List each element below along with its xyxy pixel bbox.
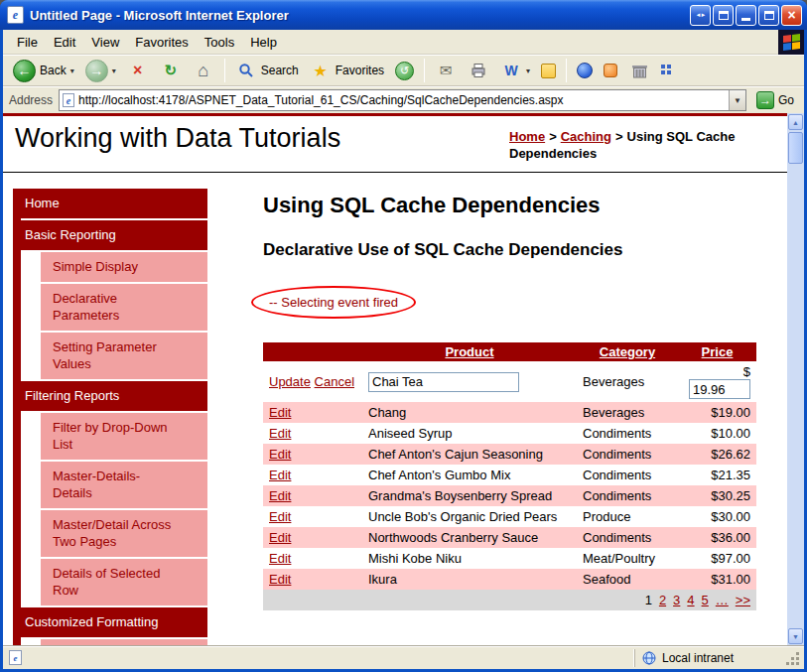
home-button[interactable]: ⌂	[189, 59, 218, 82]
edit-link[interactable]: Edit	[269, 572, 291, 587]
pager-page-3-link[interactable]: 3	[673, 593, 680, 607]
maximize-button[interactable]	[758, 5, 779, 26]
sites-button[interactable]	[624, 59, 654, 82]
sidebar-item-master-details-details[interactable]: Master-Details-Details	[41, 462, 207, 508]
edit-link[interactable]: Edit	[269, 530, 291, 545]
sidebar-item-declarative-parameters[interactable]: Declarative Parameters	[41, 284, 207, 331]
menu-file[interactable]: File	[9, 32, 46, 53]
address-input[interactable]	[78, 93, 725, 107]
breadcrumb-caching-link[interactable]: Caching	[561, 129, 611, 144]
print-button[interactable]	[464, 59, 493, 82]
edit-link[interactable]: Edit	[269, 509, 291, 524]
back-button[interactable]: ← Back ▾	[9, 59, 78, 83]
menu-favorites[interactable]: Favorites	[127, 32, 196, 53]
pager-ellipsis-link[interactable]: …	[716, 593, 729, 607]
address-dropdown-button[interactable]: ▼	[729, 90, 745, 110]
go-button[interactable]: → Go	[752, 90, 798, 110]
window-title: Untitled Page - Microsoft Internet Explo…	[30, 8, 684, 23]
price-input[interactable]	[689, 379, 750, 399]
forward-icon: →	[85, 60, 108, 82]
discuss-button[interactable]	[537, 63, 560, 79]
research-button[interactable]	[600, 63, 621, 78]
sidebar-item-filter-by-drop-down-list[interactable]: Filter by Drop-Down List	[41, 413, 207, 460]
minimize-button[interactable]	[736, 5, 756, 26]
window-extra-button-1[interactable]: ◄►	[690, 5, 711, 26]
edit-link[interactable]: Edit	[269, 405, 291, 420]
main-content: Using SQL Cache Dependencies Declarative…	[207, 189, 787, 645]
window-extra-button-2[interactable]	[713, 5, 734, 26]
scroll-up-button[interactable]: ▲	[788, 114, 803, 130]
selecting-event-fired-annotation: -- Selecting event fired	[251, 286, 416, 319]
grid-row: Edit Chang Beverages $19.00	[263, 402, 756, 423]
sidebar-section-filtering-reports[interactable]: Filtering Reports	[13, 381, 207, 411]
edit-link[interactable]: Edit	[269, 551, 291, 566]
cancel-link[interactable]: Cancel	[315, 374, 354, 389]
pager-page-2-link[interactable]: 2	[659, 593, 666, 607]
sort-product-link[interactable]: Product	[445, 344, 493, 359]
sort-category-link[interactable]: Category	[600, 344, 655, 359]
pager-page-4-link[interactable]: 4	[687, 593, 694, 607]
sort-price-link[interactable]: Price	[702, 344, 734, 359]
sidebar-section-basic-reporting[interactable]: Basic Reporting	[13, 220, 207, 250]
category-cell: Condiments	[577, 465, 678, 485]
edit-dropdown-icon[interactable]: ▾	[526, 67, 530, 75]
price-cell: $31.00	[678, 569, 756, 590]
go-label: Go	[778, 93, 794, 107]
title-bar: e Untitled Page - Microsoft Internet Exp…	[0, 0, 807, 30]
menu-view[interactable]: View	[83, 32, 127, 53]
scroll-down-button[interactable]: ▼	[788, 628, 803, 644]
breadcrumb-home-link[interactable]: Home	[509, 129, 545, 144]
refresh-button[interactable]: ↻	[156, 59, 186, 82]
breadcrumb-separator: >	[549, 129, 557, 144]
site-title: Working with Data Tutorials	[15, 123, 340, 154]
ie-app-icon[interactable]: e	[7, 6, 24, 24]
breadcrumb-separator: >	[615, 129, 623, 144]
sidebar-item-master-detail-across-two-pages[interactable]: Master/Detail Across Two Pages	[41, 510, 207, 557]
close-button[interactable]: ×	[781, 5, 802, 26]
messenger-button[interactable]	[573, 62, 597, 79]
grid-row: Edit Mishi Kobe Niku Meat/Poultry $97.00	[263, 548, 756, 569]
scrollbar-thumb[interactable]	[788, 132, 803, 164]
currency-symbol: $	[743, 364, 750, 379]
forward-button[interactable]: → ▾	[81, 59, 120, 83]
sidebar-item-home[interactable]: Home	[13, 189, 207, 218]
sidebar-item-simple-display[interactable]: Simple Display	[41, 252, 207, 282]
update-link[interactable]: Update	[269, 374, 311, 389]
vertical-scrollbar[interactable]: ▲ ▼	[787, 113, 804, 645]
edit-link[interactable]: Edit	[269, 468, 291, 482]
edit-link[interactable]: Edit	[269, 488, 291, 503]
quick-launch-button[interactable]	[657, 64, 677, 77]
stop-button[interactable]: ×	[123, 59, 153, 82]
grid-header-row: Product Category Price	[263, 342, 756, 361]
history-button[interactable]: ↺	[391, 61, 418, 81]
edit-link[interactable]: Edit	[269, 447, 291, 462]
mail-button[interactable]: ✉	[431, 59, 461, 82]
product-name-input[interactable]	[368, 372, 519, 392]
grid-pager-row: 12345…>>	[263, 590, 756, 610]
pager-next-link[interactable]: >>	[736, 593, 750, 607]
edit-row-category: Beverages	[577, 361, 678, 402]
back-dropdown-icon[interactable]: ▾	[70, 67, 74, 75]
sidebar-item-format-colors[interactable]: Format Colors	[41, 639, 207, 645]
minimize-icon	[741, 18, 750, 21]
category-cell: Beverages	[577, 402, 678, 423]
favorites-button[interactable]: ★ Favorites	[306, 59, 388, 82]
edit-with-word-button[interactable]: W ▾	[496, 59, 534, 82]
price-cell: $19.00	[678, 402, 756, 423]
web-page: Working with Data Tutorials Home>Caching…	[3, 113, 787, 645]
resize-grip[interactable]	[787, 650, 800, 666]
search-button[interactable]: Search	[231, 59, 303, 82]
edit-link[interactable]: Edit	[269, 426, 291, 441]
breadcrumb: Home>Caching>Using SQL Cache Dependencie…	[509, 123, 775, 162]
maximize-icon	[764, 11, 774, 20]
menu-help[interactable]: Help	[242, 32, 285, 53]
forward-dropdown-icon[interactable]: ▾	[112, 67, 116, 75]
price-cell: $30.00	[678, 506, 756, 527]
address-input-box[interactable]: e ▼	[59, 89, 746, 111]
pager-page-5-link[interactable]: 5	[702, 593, 709, 607]
sidebar-section-customized-formatting[interactable]: Customized Formatting	[13, 607, 207, 637]
sidebar-item-details-of-selected-row[interactable]: Details of Selected Row	[41, 559, 207, 605]
menu-tools[interactable]: Tools	[197, 32, 242, 53]
menu-edit[interactable]: Edit	[46, 32, 83, 53]
sidebar-item-setting-parameter-values[interactable]: Setting Parameter Values	[41, 333, 207, 379]
